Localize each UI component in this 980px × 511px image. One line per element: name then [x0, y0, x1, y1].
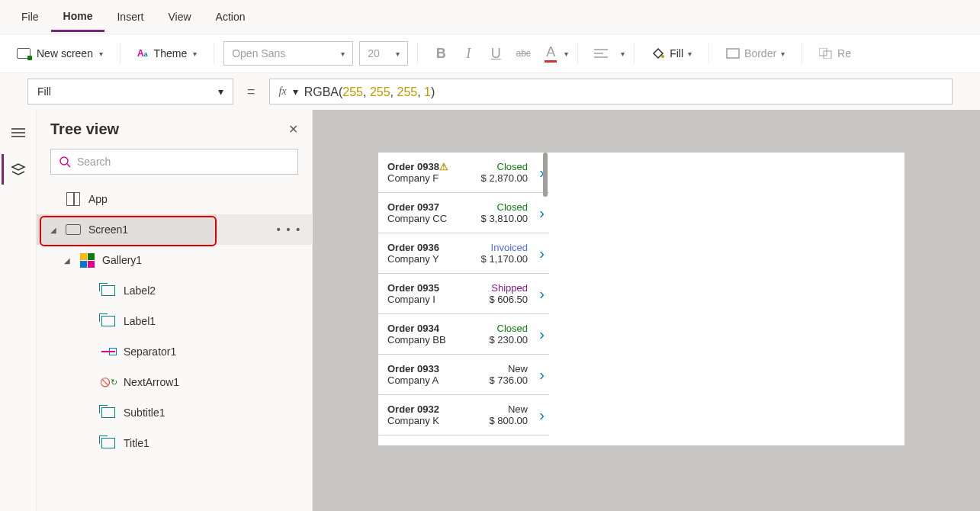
order-amount: $ 606.50 — [489, 294, 528, 305]
order-company: Company Y — [387, 253, 439, 265]
tree-node-label2[interactable]: Label2 — [37, 275, 312, 306]
tree-node-label: Label1 — [124, 315, 156, 327]
screen-icon — [66, 222, 81, 237]
tree-node-label: Label2 — [124, 284, 156, 297]
fill-button[interactable]: Fill ▾ — [644, 42, 699, 65]
gallery-item[interactable]: Order 0932NewCompany K$ 800.00› — [378, 395, 549, 435]
reorder-button[interactable]: Re — [811, 43, 859, 64]
left-rail — [0, 110, 37, 511]
fill-label: Fill — [670, 47, 683, 59]
menubar: File Home Insert View Action — [0, 0, 980, 34]
chevron-right-icon[interactable]: › — [539, 407, 545, 424]
label-icon — [101, 405, 116, 420]
search-icon — [59, 156, 71, 168]
scrollbar[interactable] — [543, 153, 548, 197]
more-actions-button[interactable]: • • • — [266, 223, 312, 236]
tree-node-gallery1[interactable]: ◢ Gallery1 — [37, 245, 312, 275]
chevron-down-icon: ▾ — [193, 50, 197, 58]
gallery-item[interactable]: Order 0938⚠ClosedCompany F$ 2,870.00› — [378, 153, 549, 193]
order-company: Company F — [387, 172, 439, 184]
screen-preview[interactable]: Order 0938⚠ClosedCompany F$ 2,870.00›Ord… — [378, 153, 904, 445]
tree-node-label: Title1 — [124, 437, 149, 449]
divider — [634, 43, 635, 64]
tree-node-subtitle1[interactable]: Subtitle1 — [37, 397, 312, 428]
svg-line-11 — [67, 164, 70, 167]
search-placeholder: Search — [77, 156, 111, 168]
divider — [120, 43, 120, 64]
chevron-right-icon[interactable]: › — [539, 245, 545, 262]
chevron-right-icon[interactable]: › — [539, 366, 545, 384]
align-button[interactable] — [587, 41, 615, 66]
chevron-right-icon[interactable]: › — [539, 285, 545, 303]
theme-label: Theme — [154, 47, 188, 59]
hamburger-icon — [11, 127, 25, 138]
order-amount: $ 2,870.00 — [481, 172, 528, 184]
theme-icon: Aa — [137, 48, 148, 59]
nextarrow-icon: 🚫↻ — [101, 374, 116, 390]
align-icon — [594, 48, 608, 59]
font-size-select[interactable]: 20 ▾ — [359, 41, 408, 66]
tree-node-separator1[interactable]: Separator1 — [37, 336, 312, 367]
order-title: Order 0934 — [387, 323, 439, 334]
tree-node-app[interactable]: App — [37, 184, 312, 214]
chevron-right-icon[interactable]: › — [539, 326, 545, 343]
order-status: Closed — [497, 161, 528, 172]
chevron-down-icon: ▾ — [99, 50, 103, 58]
order-company: Company CC — [387, 213, 447, 224]
menu-insert[interactable]: Insert — [104, 3, 156, 31]
canvas[interactable]: Order 0938⚠ClosedCompany F$ 2,870.00›Ord… — [313, 110, 980, 511]
underline-button[interactable]: U — [482, 41, 509, 66]
hamburger-button[interactable] — [3, 117, 34, 148]
fx-icon: fx — [279, 85, 287, 98]
menu-action[interactable]: Action — [204, 3, 258, 31]
bold-button[interactable]: B — [427, 41, 455, 66]
divider — [577, 43, 578, 64]
order-status: New — [508, 403, 528, 415]
equals-sign: = — [243, 84, 260, 100]
order-amount: $ 1,170.00 — [481, 253, 528, 265]
tree-node-label: Gallery1 — [102, 254, 142, 266]
tree-node-label: NextArrow1 — [124, 376, 179, 388]
tree-node-title1[interactable]: Title1 — [37, 428, 312, 458]
svg-rect-6 — [824, 51, 831, 59]
svg-point-10 — [60, 157, 68, 165]
search-input[interactable]: Search — [50, 149, 298, 175]
new-screen-button[interactable]: New screen ▾ — [9, 43, 111, 64]
theme-button[interactable]: Aa Theme ▾ — [130, 43, 204, 64]
strikethrough-button[interactable]: abc — [509, 41, 537, 66]
font-size-value: 20 — [368, 47, 380, 59]
tree-node-nextarrow1[interactable]: 🚫↻ NextArrow1 — [37, 367, 312, 397]
tree-view-button[interactable] — [2, 154, 32, 185]
chevron-right-icon[interactable]: › — [539, 204, 545, 222]
order-company: Company K — [387, 415, 439, 426]
gallery-item[interactable]: Order 0936InvoicedCompany Y$ 1,170.00› — [378, 233, 549, 274]
tree-node-label1[interactable]: Label1 — [37, 306, 312, 336]
tree-node-label: Separator1 — [124, 345, 176, 358]
gallery-item[interactable]: Order 0937ClosedCompany CC$ 3,810.00› — [378, 193, 549, 233]
chevron-down-icon: ▾ — [293, 85, 298, 98]
formula-input[interactable]: fx ▾ RGBA(255, 255, 255, 1) — [269, 79, 953, 104]
formula-bar: Fill ▾ = fx ▾ RGBA(255, 255, 255, 1) — [0, 73, 980, 110]
italic-button[interactable]: I — [455, 41, 482, 66]
gallery-item[interactable]: Order 0935ShippedCompany I$ 606.50› — [378, 274, 549, 314]
menu-home[interactable]: Home — [51, 2, 105, 32]
close-button[interactable]: ✕ — [288, 122, 298, 137]
gallery-control[interactable]: Order 0938⚠ClosedCompany F$ 2,870.00›Ord… — [378, 153, 549, 445]
property-select[interactable]: Fill ▾ — [27, 79, 233, 104]
menu-file[interactable]: File — [9, 3, 51, 31]
font-color-button[interactable]: A — [537, 41, 564, 66]
gallery-item[interactable]: Order 0933NewCompany A$ 736.00› — [378, 355, 549, 395]
gallery-item[interactable]: Order 0934ClosedCompany BB$ 230.00› — [378, 314, 549, 355]
menu-view[interactable]: View — [156, 3, 203, 31]
tree-node-screen1[interactable]: ◢ Screen1 — [37, 214, 217, 245]
formula-text: RGBA(255, 255, 255, 1) — [304, 85, 435, 99]
chevron-down-icon: ▾ — [341, 50, 345, 58]
chevron-down-icon: ▾ — [218, 85, 223, 98]
font-family-select[interactable]: Open Sans ▾ — [223, 41, 353, 66]
label-icon — [101, 283, 116, 298]
text-format-group: B I U abc A ▾ — [427, 41, 568, 66]
app-icon — [66, 191, 81, 207]
border-button[interactable]: Border ▾ — [718, 43, 792, 64]
order-status: New — [508, 363, 528, 374]
tree-node-label: App — [88, 193, 108, 205]
